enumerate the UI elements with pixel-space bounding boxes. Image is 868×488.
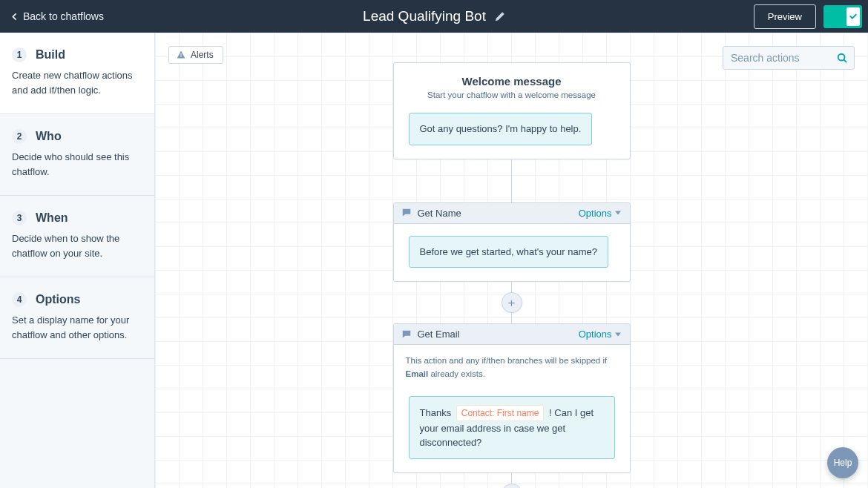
step-num: 4 <box>12 292 27 307</box>
canvas: Alerts Welcome message Start your chatfl… <box>155 33 868 488</box>
connector-line <box>511 282 512 292</box>
chat-icon <box>401 208 412 218</box>
connector-line <box>511 473 512 484</box>
step-num: 2 <box>12 129 27 144</box>
svg-line-3 <box>844 60 847 63</box>
welcome-subtitle: Start your chatflow with a welcome messa… <box>409 90 615 99</box>
step-title: Options <box>36 293 80 306</box>
card-header-title: Get Name <box>418 208 461 219</box>
card-options-link[interactable]: Options <box>579 329 621 340</box>
step-desc: Set a display name for your chatflow and… <box>12 313 142 342</box>
search-icon <box>837 53 847 63</box>
step-desc: Decide who should see this chatflow. <box>12 150 142 179</box>
contact-firstname-token[interactable]: Contact: First name <box>456 405 545 421</box>
warning-icon <box>177 50 185 59</box>
step-title: Who <box>36 130 62 143</box>
options-label: Options <box>579 208 612 219</box>
sidebar-step-options[interactable]: 4 Options Set a display name for your ch… <box>0 277 154 359</box>
preview-button[interactable]: Preview <box>754 4 816 29</box>
sidebar-step-when[interactable]: 3 When Decide when to show the chatflow … <box>0 196 154 277</box>
main: 1 Build Create new chatflow actions and … <box>0 33 868 488</box>
step-num: 1 <box>12 47 27 62</box>
add-action-button[interactable]: + <box>502 292 522 313</box>
topbar-actions: Preview <box>754 4 862 29</box>
alerts-button[interactable]: Alerts <box>168 46 223 64</box>
welcome-bubble: Got any questions? I'm happy to help. <box>409 113 593 145</box>
chat-icon <box>401 329 412 340</box>
step-desc: Decide when to show the chatflow on your… <box>12 231 142 260</box>
add-action-button[interactable]: + <box>502 484 522 488</box>
step-num: 3 <box>12 211 27 225</box>
card-get-email[interactable]: Get Email Options This action and any if… <box>393 323 631 473</box>
card-header: Get Email Options <box>394 324 630 345</box>
search-input[interactable] <box>723 46 855 70</box>
svg-rect-1 <box>180 56 181 57</box>
caret-down-icon <box>615 332 621 337</box>
welcome-title: Welcome message <box>409 75 615 88</box>
options-label: Options <box>579 329 612 340</box>
card-get-name[interactable]: Get Name Options Before we get started, … <box>393 202 631 283</box>
card-welcome[interactable]: Welcome message Start your chatflow with… <box>393 62 631 159</box>
step-desc: Create new chatflow actions and add if/t… <box>12 68 142 97</box>
step-title: When <box>36 211 68 225</box>
page-title-wrap: Lead Qualifying Bot <box>363 8 505 24</box>
flow-column: Welcome message Start your chatflow with… <box>393 62 631 488</box>
sidebar-step-who[interactable]: 2 Who Decide who should see this chatflo… <box>0 114 154 196</box>
publish-toggle-handle <box>846 7 860 26</box>
check-icon <box>849 12 858 21</box>
connector-line <box>511 313 512 323</box>
skip-note: This action and any if/then branches wil… <box>394 345 630 381</box>
sidebar-step-build[interactable]: 1 Build Create new chatflow actions and … <box>0 33 154 114</box>
back-link[interactable]: Back to chatflows <box>10 10 104 22</box>
page-title: Lead Qualifying Bot <box>363 8 486 24</box>
caret-down-icon <box>615 210 621 216</box>
alerts-label: Alerts <box>191 50 214 60</box>
connector-line <box>511 159 512 202</box>
get-name-bubble: Before we get started, what's your name? <box>409 236 609 268</box>
help-button[interactable]: Help <box>827 447 858 478</box>
edit-icon[interactable] <box>495 11 505 22</box>
publish-toggle[interactable] <box>823 5 862 28</box>
step-title: Build <box>36 48 65 62</box>
chevron-left-icon <box>10 13 19 21</box>
sidebar: 1 Build Create new chatflow actions and … <box>0 33 155 488</box>
card-header-title: Get Email <box>418 329 460 340</box>
help-label: Help <box>834 458 852 468</box>
topbar: Back to chatflows Lead Qualifying Bot Pr… <box>0 0 868 33</box>
svg-point-2 <box>838 54 845 61</box>
back-label: Back to chatflows <box>23 10 104 22</box>
card-options-link[interactable]: Options <box>579 208 621 219</box>
card-header: Get Name Options <box>394 203 630 224</box>
get-email-bubble: Thanks Contact: First name ! Can I get y… <box>409 396 615 459</box>
search-wrap <box>723 46 855 70</box>
svg-rect-0 <box>180 53 181 56</box>
